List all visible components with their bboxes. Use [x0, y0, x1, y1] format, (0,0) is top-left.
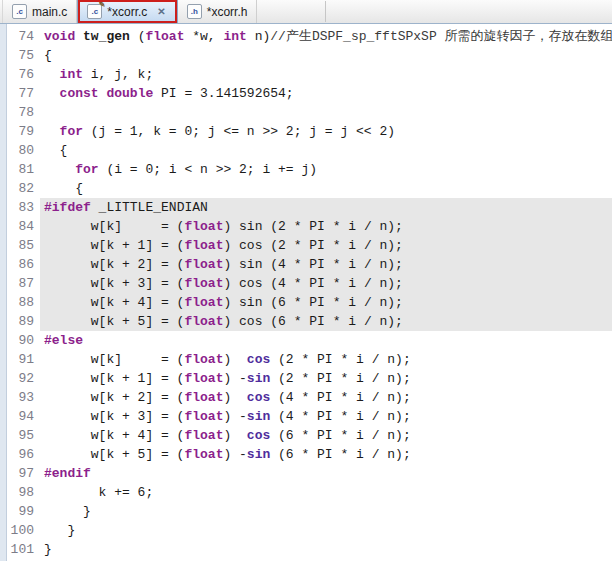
line-number: 77 — [7, 84, 40, 103]
line-number: 86 — [7, 255, 40, 274]
file-icon-label: .c — [16, 7, 23, 16]
line-number: 87 — [7, 274, 40, 293]
annotation-ruler[interactable] — [0, 24, 7, 561]
code-line[interactable]: 91 w[k] = (float) cos (2 * PI * i / n); — [7, 350, 612, 369]
line-number: 94 — [7, 407, 40, 426]
code-line[interactable]: 84 w[k] = (float) sin (2 * PI * i / n); — [7, 217, 612, 236]
code-line-text: { — [40, 46, 612, 65]
code-line-text: w[k + 5] = (float) -sin (6 * PI * i / n)… — [40, 445, 612, 464]
tab-label: *xcorr.c — [107, 5, 147, 19]
tab-spacer — [257, 0, 325, 23]
line-number: 100 — [7, 521, 40, 540]
line-number: 88 — [7, 293, 40, 312]
tab-bar-empty-area — [326, 0, 612, 23]
code-line-text: w[k + 3] = (float) cos (4 * PI * i / n); — [40, 274, 612, 293]
code-line-text: int i, j, k; — [40, 65, 612, 84]
code-line-text: w[k + 1] = (float) -sin (2 * PI * i / n)… — [40, 369, 612, 388]
code-line-text: } — [40, 521, 612, 540]
code-line[interactable]: 87 w[k + 3] = (float) cos (4 * PI * i / … — [7, 274, 612, 293]
code-line-text: w[k + 3] = (float) -sin (4 * PI * i / n)… — [40, 407, 612, 426]
code-line-text: #endif — [40, 464, 612, 483]
code-line-text: w[k + 1] = (float) cos (2 * PI * i / n); — [40, 236, 612, 255]
code-line-text: for (i = 0; i < n >> 2; i += j) — [40, 160, 612, 179]
code-line[interactable]: 89 w[k + 5] = (float) cos (6 * PI * i / … — [7, 312, 612, 331]
code-line-text: } — [40, 502, 612, 521]
line-number: 99 — [7, 502, 40, 521]
tab-xcorr-c[interactable]: .c✎*xcorr.c✕ — [77, 0, 177, 23]
code-line[interactable]: 75{ — [7, 46, 612, 65]
tab-label: main.c — [32, 5, 67, 19]
code-line-text: w[k + 5] = (float) cos (6 * PI * i / n); — [40, 312, 612, 331]
code-line[interactable]: 86 w[k + 2] = (float) sin (4 * PI * i / … — [7, 255, 612, 274]
code-line-text: w[k + 4] = (float) sin (6 * PI * i / n); — [40, 293, 612, 312]
line-number: 81 — [7, 160, 40, 179]
tab-xcorr-h[interactable]: .h*xcorr.h — [178, 0, 258, 23]
code-line[interactable]: 80 { — [7, 141, 612, 160]
tab-main-c[interactable]: .cmain.c — [2, 0, 77, 23]
code-line-text: w[k + 2] = (float) sin (4 * PI * i / n); — [40, 255, 612, 274]
code-line-text: w[k + 2] = (float) cos (4 * PI * i / n); — [40, 388, 612, 407]
code-line[interactable]: 82 { — [7, 179, 612, 198]
h-file-icon: .h — [187, 4, 202, 19]
code-line[interactable]: 101} — [7, 540, 612, 559]
code-line[interactable]: 97#endif — [7, 464, 612, 483]
tab-bar: .cmain.c.c✎*xcorr.c✕.h*xcorr.h — [0, 0, 612, 24]
code-line-text: for (j = 1, k = 0; j <= n >> 2; j = j <<… — [40, 122, 612, 141]
line-number: 75 — [7, 46, 40, 65]
code-line[interactable]: 99 } — [7, 502, 612, 521]
line-number: 74 — [7, 27, 40, 46]
code-line[interactable]: 76 int i, j, k; — [7, 65, 612, 84]
line-number: 85 — [7, 236, 40, 255]
edited-pencil-icon: ✎ — [99, 0, 106, 9]
tab-label: *xcorr.h — [207, 5, 248, 19]
line-number: 101 — [7, 540, 40, 559]
code-area[interactable]: 74void tw_gen (float *w, int n)//产生DSPF_… — [7, 24, 612, 561]
c-file-icon: .c — [12, 4, 27, 19]
c-file-icon: .c✎ — [87, 4, 102, 19]
code-line[interactable]: 95 w[k + 4] = (float) cos (6 * PI * i / … — [7, 426, 612, 445]
code-line[interactable]: 100 } — [7, 521, 612, 540]
code-line[interactable]: 92 w[k + 1] = (float) -sin (2 * PI * i /… — [7, 369, 612, 388]
line-number: 92 — [7, 369, 40, 388]
code-line[interactable]: 93 w[k + 2] = (float) cos (4 * PI * i / … — [7, 388, 612, 407]
code-line[interactable]: 85 w[k + 1] = (float) cos (2 * PI * i / … — [7, 236, 612, 255]
code-line[interactable]: 98 k += 6; — [7, 483, 612, 502]
code-line[interactable]: 81 for (i = 0; i < n >> 2; i += j) — [7, 160, 612, 179]
code-line-text: { — [40, 179, 612, 198]
code-line[interactable]: 78 — [7, 103, 612, 122]
line-number: 76 — [7, 65, 40, 84]
line-number: 83 — [7, 198, 40, 217]
file-icon-label: .c — [92, 7, 99, 16]
code-line[interactable]: 79 for (j = 1, k = 0; j <= n >> 2; j = j… — [7, 122, 612, 141]
code-line[interactable]: 74void tw_gen (float *w, int n)//产生DSPF_… — [7, 27, 612, 46]
code-line-text: w[k] = (float) sin (2 * PI * i / n); — [40, 217, 612, 236]
code-line[interactable]: 94 w[k + 3] = (float) -sin (4 * PI * i /… — [7, 407, 612, 426]
code-editor[interactable]: 74void tw_gen (float *w, int n)//产生DSPF_… — [0, 24, 612, 561]
line-number: 78 — [7, 103, 40, 122]
code-line[interactable]: 77 const double PI = 3.141592654; — [7, 84, 612, 103]
line-number: 80 — [7, 141, 40, 160]
line-number: 90 — [7, 331, 40, 350]
code-line-text: #else — [40, 331, 612, 350]
code-line[interactable]: 90#else — [7, 331, 612, 350]
code-line-text: #ifdef _LITTLE_ENDIAN — [40, 198, 612, 217]
code-line-text: { — [40, 141, 612, 160]
line-number: 82 — [7, 179, 40, 198]
code-line-text: const double PI = 3.141592654; — [40, 84, 612, 103]
code-line-text: w[k] = (float) cos (2 * PI * i / n); — [40, 350, 612, 369]
line-number: 91 — [7, 350, 40, 369]
code-line[interactable]: 83#ifdef _LITTLE_ENDIAN — [7, 198, 612, 217]
code-line[interactable]: 88 w[k + 4] = (float) sin (6 * PI * i / … — [7, 293, 612, 312]
line-number: 98 — [7, 483, 40, 502]
line-number: 84 — [7, 217, 40, 236]
file-icon-label: .h — [191, 7, 198, 16]
code-line-text: void tw_gen (float *w, int n)//产生DSPF_sp… — [40, 27, 612, 46]
line-number: 93 — [7, 388, 40, 407]
code-line-text: w[k + 4] = (float) cos (6 * PI * i / n); — [40, 426, 612, 445]
code-line[interactable]: 96 w[k + 5] = (float) -sin (6 * PI * i /… — [7, 445, 612, 464]
tab-close-icon[interactable]: ✕ — [155, 6, 167, 17]
line-number: 97 — [7, 464, 40, 483]
line-number: 96 — [7, 445, 40, 464]
line-number: 79 — [7, 122, 40, 141]
line-number: 95 — [7, 426, 40, 445]
